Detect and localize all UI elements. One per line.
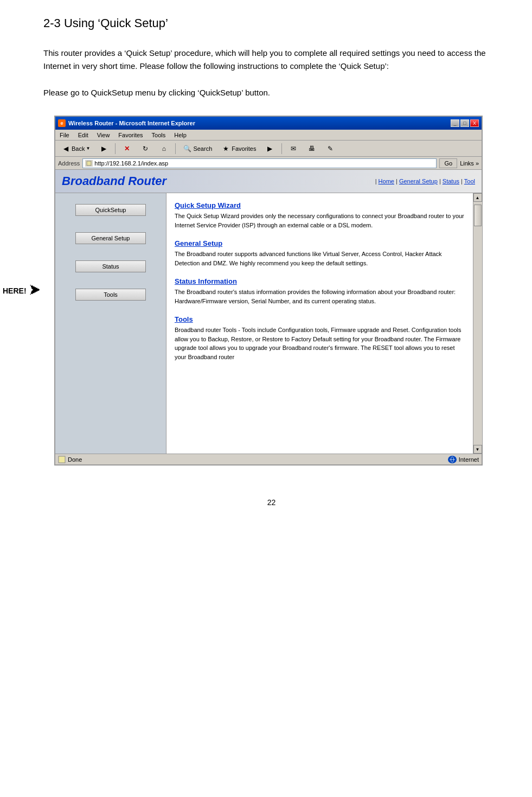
go-button[interactable]: Go <box>439 158 457 168</box>
browser-statusbar: Done Internet <box>55 454 482 464</box>
toolbar-separator-3 <box>281 143 282 154</box>
nav-tool[interactable]: Tool <box>464 178 475 184</box>
stop-button[interactable]: ✕ <box>119 142 135 155</box>
refresh-icon: ↻ <box>140 144 150 154</box>
nav-status[interactable]: Status <box>443 178 459 184</box>
favorites-label: Favorites <box>232 145 256 152</box>
tools-button[interactable]: Tools <box>75 289 146 301</box>
favorites-button[interactable]: ★ Favorites <box>217 142 259 155</box>
media-icon: ▶ <box>265 144 275 154</box>
home-icon: ⌂ <box>159 144 169 154</box>
general-setup-section: General Setup The Broadband router suppo… <box>175 239 465 267</box>
router-brand-title: Broadband Router <box>62 174 166 188</box>
here-annotation: HERE! ⮞ <box>3 284 41 298</box>
titlebar-buttons: _ □ X <box>451 119 479 127</box>
toolbar-separator-1 <box>115 143 116 154</box>
section-heading: 2-3 Using ‘Quick Setup’ <box>43 16 499 30</box>
router-main-content: Quick Setup Wizard The Quick Setup Wizar… <box>166 193 473 454</box>
internet-zone-icon <box>448 456 457 463</box>
quicksetup-desc: The Quick Setup Wizard provides only the… <box>175 212 465 229</box>
status-left: Done <box>58 456 82 463</box>
stop-icon: ✕ <box>122 144 132 154</box>
menu-help[interactable]: Help <box>172 132 188 138</box>
refresh-button[interactable]: ↻ <box>137 142 153 155</box>
address-input-wrapper: http://192.168.2.1/index.asp <box>82 158 437 168</box>
menu-favorites[interactable]: Favorites <box>117 132 144 138</box>
media-button[interactable]: ▶ <box>262 142 278 155</box>
mail-button[interactable]: ✉ <box>285 142 302 155</box>
restore-button[interactable]: □ <box>460 119 469 127</box>
general-setup-link[interactable]: General Setup <box>175 239 465 247</box>
forward-button[interactable]: ▶ <box>95 142 112 155</box>
titlebar-left: e Wireless Router - Microsoft Internet E… <box>58 119 195 127</box>
mail-icon: ✉ <box>289 144 298 154</box>
search-icon: 🔍 <box>182 144 192 154</box>
print-icon: 🖶 <box>307 144 317 154</box>
menu-file[interactable]: File <box>58 132 71 138</box>
back-label: Back <box>72 145 85 152</box>
menu-view[interactable]: View <box>95 132 112 138</box>
here-arrow-icon: ⮞ <box>29 284 41 298</box>
ie-icon: e <box>58 119 66 127</box>
browser-window-wrapper: HERE! ⮞ e Wireless Router - Microsoft In… <box>43 116 499 466</box>
page-number: 22 <box>43 498 499 507</box>
links-button[interactable]: Links » <box>460 160 479 167</box>
forward-icon: ▶ <box>99 144 108 154</box>
status-info-link[interactable]: Status Information <box>175 277 465 285</box>
general-setup-desc: The Broadband router supports advanced f… <box>175 250 465 267</box>
scrollbar-track <box>473 202 482 445</box>
toolbar-separator-2 <box>175 143 176 154</box>
router-body: QuickSetup General Setup Status Tools Qu… <box>55 193 482 454</box>
browser-window: e Wireless Router - Microsoft Internet E… <box>54 116 483 466</box>
quicksetup-link[interactable]: Quick Setup Wizard <box>175 201 465 209</box>
page-icon <box>85 160 93 167</box>
here-label: HERE! <box>3 286 27 295</box>
search-button[interactable]: 🔍 Search <box>179 142 215 155</box>
nav-home[interactable]: Home <box>379 178 394 184</box>
browser-title: Wireless Router - Microsoft Internet Exp… <box>68 120 195 126</box>
tools-link[interactable]: Tools <box>175 315 465 323</box>
close-button[interactable]: X <box>470 119 479 127</box>
favorites-icon: ★ <box>221 144 230 154</box>
router-header: Broadband Router | Home | General Setup … <box>55 170 482 193</box>
internet-zone-label: Internet <box>459 456 479 463</box>
instruction-text: Please go to QuickSetup menu by clicking… <box>43 86 499 99</box>
general-setup-button[interactable]: General Setup <box>75 232 146 244</box>
browser-menubar: File Edit View Favorites Tools Help <box>55 130 482 141</box>
back-dropdown-icon: ▼ <box>86 146 90 151</box>
router-nav: | Home | General Setup | Status | Tool <box>375 178 475 184</box>
search-label: Search <box>193 145 212 152</box>
print-button[interactable]: 🖶 <box>304 142 320 155</box>
status-right: Internet <box>448 456 479 463</box>
menu-edit[interactable]: Edit <box>76 132 90 138</box>
svg-rect-1 <box>59 456 65 463</box>
status-page-icon <box>58 456 66 463</box>
quicksetup-section: Quick Setup Wizard The Quick Setup Wizar… <box>175 201 465 229</box>
scrollbar-thumb[interactable] <box>474 205 482 226</box>
browser-toolbar: ◀ Back ▼ ▶ ✕ ↻ ⌂ <box>55 141 482 157</box>
address-url[interactable]: http://192.168.2.1/index.asp <box>94 160 434 167</box>
home-button[interactable]: ⌂ <box>156 142 172 155</box>
svg-rect-0 <box>87 161 91 165</box>
status-section: Status Information The Broadband router'… <box>175 277 465 305</box>
tools-section: Tools Broadband router Tools - Tools inc… <box>175 315 465 361</box>
edit-icon: ✎ <box>325 144 335 154</box>
router-sidebar: QuickSetup General Setup Status Tools <box>55 193 166 454</box>
status-text: Done <box>68 456 82 463</box>
router-scrollbar: ▲ ▼ <box>473 193 482 454</box>
status-button[interactable]: Status <box>75 260 146 272</box>
browser-titlebar: e Wireless Router - Microsoft Internet E… <box>55 117 482 130</box>
minimize-button[interactable]: _ <box>451 119 459 127</box>
back-icon: ◀ <box>61 144 70 154</box>
back-button[interactable]: ◀ Back ▼ <box>57 142 93 155</box>
menu-tools[interactable]: Tools <box>150 132 168 138</box>
status-info-desc: The Broadband router's status informatio… <box>175 288 465 305</box>
scrollbar-down-arrow[interactable]: ▼ <box>473 445 482 454</box>
quicksetup-button[interactable]: QuickSetup <box>75 204 146 216</box>
tools-desc: Broadband router Tools - Tools include C… <box>175 326 465 361</box>
edit-button[interactable]: ✎ <box>322 142 338 155</box>
scrollbar-up-arrow[interactable]: ▲ <box>473 193 482 202</box>
nav-general-setup[interactable]: General Setup <box>399 178 438 184</box>
browser-addressbar: Address http://192.168.2.1/index.asp Go … <box>55 157 482 170</box>
address-label: Address <box>58 160 80 167</box>
